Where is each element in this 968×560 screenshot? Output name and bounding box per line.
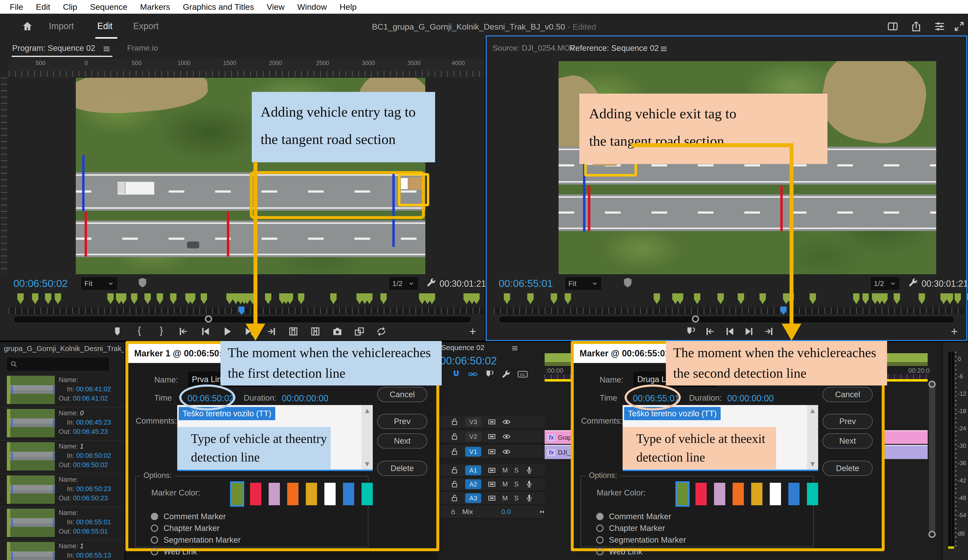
cancel-button[interactable]: Cancel [822,387,873,402]
tab-reference[interactable]: Reference: Sequence 02 [570,43,659,53]
sequence-marker[interactable] [677,293,683,304]
clip-item[interactable]: Name: In: 00:06:50:23Out: 00:06:50:23 [0,474,125,507]
reference-scroll-handle[interactable] [692,315,699,323]
marker-color-swatch[interactable] [343,483,354,505]
source-patch-icon[interactable] [488,466,496,474]
sequence-marker[interactable] [298,293,304,304]
sequence-marker[interactable] [918,293,925,304]
sequence-marker[interactable] [718,293,724,304]
program-zoom-scrollbar[interactable] [13,316,472,323]
toggle-track-output-icon[interactable] [502,447,511,456]
clip-thumbnail[interactable] [7,409,55,437]
tab-source[interactable]: Source: DJI_0254.MOV [492,43,575,53]
clip-item[interactable]: Name: 1In: 00:06:50:02Out: 00:06:50:02 [0,440,125,474]
marker-color-swatch[interactable] [751,483,762,505]
solo-button[interactable]: S [514,467,519,474]
track-badge[interactable]: V3 [465,417,481,427]
lock-icon[interactable] [451,480,459,489]
settings-wrench-icon[interactable] [908,277,918,288]
quick-export-icon[interactable] [910,20,922,32]
clip-thumbnail[interactable] [7,542,55,560]
marker-color-swatch[interactable] [250,483,261,505]
prev-button[interactable]: Prev [822,414,873,429]
lock-icon[interactable] [451,466,459,474]
playback-resolution-dropdown[interactable]: 1/2 [870,277,900,290]
sequence-marker[interactable] [366,293,373,304]
next-button[interactable]: Next [377,433,427,449]
reference-timecode[interactable]: 00:06:55:01 [499,278,553,290]
marker-color-swatch[interactable] [695,483,707,505]
menu-view[interactable]: View [260,2,291,12]
cancel-button[interactable]: Cancel [377,387,427,402]
goto-in-icon[interactable] [705,326,716,337]
sequence-marker[interactable] [527,293,534,304]
timeline-timecode[interactable]: 00:06:50:02 [440,355,497,367]
sequence-marker[interactable] [759,293,766,304]
sequence-marker[interactable] [170,293,176,304]
radio-segmentation-marker[interactable]: Segmentation Marker [151,534,240,546]
zoom-select-dropdown[interactable]: Fit [565,277,602,290]
sequence-marker[interactable] [473,293,480,304]
radio-comment-marker[interactable]: Comment Marker [151,510,240,522]
safe-margins-icon[interactable] [622,276,633,289]
play-icon[interactable] [222,326,233,337]
program-scrub-ruler[interactable] [9,308,484,314]
zoom-select-dropdown[interactable]: Fit [81,277,118,290]
delete-button[interactable]: Delete [822,461,873,476]
comments-field[interactable]: Teško teretno vozilo (TT) Type of vehicl… [177,405,373,471]
panel-menu-icon[interactable] [511,345,519,352]
sequence-marker[interactable] [226,293,233,304]
clip-thumbnail[interactable] [7,376,55,404]
fullscreen-icon[interactable] [953,20,965,32]
menu-help[interactable]: Help [333,2,363,12]
marker-color-swatch[interactable] [788,483,800,505]
program-timecode[interactable]: 00:06:50:02 [13,278,68,290]
clip-item[interactable]: Name: 0In: 00:06:45:23Out: 00:06:45:23 [0,407,125,441]
clip-item[interactable]: Name: In: 00:06:55:01Out: 00:06:55:01 [0,507,125,540]
menu-window[interactable]: Window [291,2,333,12]
lock-icon[interactable] [451,494,459,502]
keyframe-icon[interactable] [539,508,545,516]
sequence-marker[interactable] [107,293,114,304]
step-forward-icon[interactable] [744,326,754,337]
marker-color-swatch[interactable] [324,483,336,505]
loop-icon[interactable] [376,326,387,337]
tab-frameio[interactable]: Frame.io [127,43,158,53]
playback-resolution-dropdown[interactable]: 1/2 [389,277,418,290]
track-badge-selected[interactable]: A1 [465,466,481,475]
linked-selection-icon[interactable] [468,369,477,379]
sequence-marker[interactable] [967,293,968,304]
lift-icon[interactable] [288,326,299,337]
step-back-icon[interactable] [724,326,735,337]
marker-color-swatch[interactable] [232,483,243,505]
settings-wrench-icon[interactable] [426,277,437,288]
sequence-marker[interactable] [947,293,953,304]
clip-thumbnail[interactable] [7,442,55,471]
program-marker-lane[interactable] [9,292,484,306]
menu-graphics-and-titles[interactable]: Graphics and Titles [176,2,260,12]
sequence-marker[interactable] [265,293,271,304]
lock-icon[interactable] [451,418,459,426]
track-badge-selected[interactable]: A2 [465,479,481,489]
extract-icon[interactable] [310,326,321,337]
marker-color-swatch[interactable] [361,483,373,505]
track-a1[interactable]: A1 M S [439,464,545,477]
mix-value[interactable]: 0.0 [501,508,511,516]
source-patch-icon[interactable] [488,432,496,441]
track-v3[interactable]: V3 [439,416,545,429]
sequence-marker[interactable] [881,293,888,304]
sequence-marker[interactable] [504,293,510,304]
marker-color-swatch[interactable] [306,483,317,505]
sequence-marker[interactable] [380,293,387,304]
delete-button[interactable]: Delete [377,461,427,476]
prev-button[interactable]: Prev [377,414,427,429]
record-mic-icon[interactable] [525,480,534,489]
sequence-marker[interactable] [55,293,61,304]
track-v1[interactable]: V1 [439,445,545,459]
comment-selected-text[interactable]: Teško teretno vozilo (TT) [179,407,275,420]
lock-icon[interactable] [451,432,459,441]
timeline-vscrollbar[interactable] [929,381,935,533]
add-button[interactable]: + [951,325,958,338]
radio-segmentation-marker[interactable]: Segmentation Marker [596,534,686,546]
clip-thumbnail[interactable] [7,509,55,537]
